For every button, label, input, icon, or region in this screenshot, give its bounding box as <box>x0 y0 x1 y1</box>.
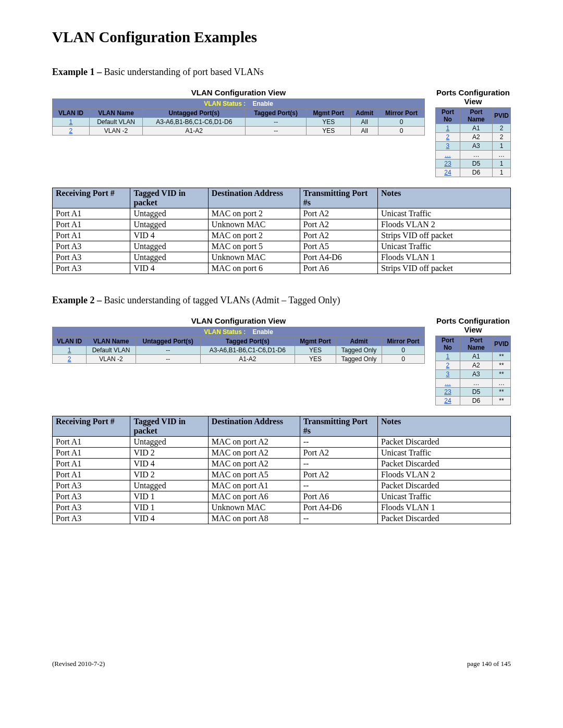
cell: Port A1 <box>53 208 130 219</box>
port-no-link[interactable]: 1 <box>446 353 450 360</box>
col-vid: Tagged VID in packet <box>130 416 208 437</box>
col-port-name: Port Name <box>460 336 492 352</box>
table-header-row: Receiving Port # Tagged VID in packet De… <box>53 188 511 208</box>
cell: ** <box>492 352 510 361</box>
cell: Packet Discarded <box>378 459 511 470</box>
port-no-link[interactable]: … <box>445 379 451 387</box>
cell: D5 <box>460 388 492 397</box>
cell: 1 <box>492 168 510 177</box>
vlan-id-link[interactable]: 2 <box>69 127 73 134</box>
cell: Packet Discarded <box>378 513 511 524</box>
vlan-status-label: VLAN Status : <box>204 100 246 107</box>
cell: A3 <box>460 142 492 151</box>
cell: Port A2 <box>300 230 377 241</box>
cell: Unicast Traffic <box>378 208 511 219</box>
cell: Port A2 <box>300 208 377 219</box>
cell: MAC on port 6 <box>208 263 300 274</box>
example2-ports-table: Port No Port Name PVID 1A1** 2A2** 3A3**… <box>435 336 511 405</box>
table-row: 1A12 <box>436 124 511 133</box>
cell: 1 <box>492 142 510 151</box>
table-row: 2A22 <box>436 133 511 142</box>
cell: Port A6 <box>300 263 377 274</box>
table-row: Port A3VID 4MAC on port 6Port A6Strips V… <box>53 263 511 274</box>
cell: VID 2 <box>130 470 208 480</box>
port-no-link[interactable]: 23 <box>444 388 451 396</box>
cell: Port A3 <box>53 491 130 502</box>
cell: Unknown MAC <box>208 219 300 230</box>
cell: A1-A2 <box>143 127 246 135</box>
example1-section: VLAN Configuration View VLAN Status : En… <box>52 88 511 177</box>
port-no-link[interactable]: 3 <box>446 142 450 150</box>
col-vlan-name: VLAN Name <box>87 337 136 346</box>
example2-heading: Example 2 – Basic understanding of tagge… <box>52 295 511 306</box>
cell: Unicast Traffic <box>378 448 511 459</box>
example1-vlan-caption: VLAN Configuration View <box>52 88 425 97</box>
cell: A2 <box>460 361 492 370</box>
port-no-link[interactable]: … <box>445 151 451 158</box>
vlan-status-value: Enable <box>253 328 273 336</box>
cell: ** <box>492 370 510 379</box>
cell: Unicast Traffic <box>378 241 511 252</box>
port-no-link[interactable]: 24 <box>444 397 451 404</box>
cell: YES <box>307 127 351 135</box>
col-mirror: Mirror Port <box>382 337 425 346</box>
cell: Packet Discarded <box>378 480 511 491</box>
example1-ports-table: Port No Port Name PVID 1A12 2A22 3A31 ……… <box>435 107 511 177</box>
port-no-link[interactable]: 2 <box>446 133 450 141</box>
cell: MAC on port A1 <box>208 480 300 491</box>
port-no-link[interactable]: 1 <box>446 125 450 132</box>
example1-vlan-table: VLAN Status : Enable VLAN ID VLAN Name U… <box>52 98 425 135</box>
vlan-id-link[interactable]: 2 <box>68 355 71 363</box>
table-row: 2A2** <box>436 361 511 370</box>
table-row: ……… <box>436 379 511 388</box>
cell: 0 <box>382 346 425 355</box>
cell: VID 4 <box>130 230 208 241</box>
col-admit: Admit <box>336 337 382 346</box>
cell: ** <box>492 361 510 370</box>
cell: Unknown MAC <box>208 502 300 513</box>
example2-traffic-table: Receiving Port # Tagged VID in packet De… <box>52 416 511 524</box>
port-no-link[interactable]: 2 <box>446 362 450 369</box>
table-row: Port A3VID 1Unknown MACPort A4-D6Floods … <box>53 502 511 513</box>
cell: VID 2 <box>130 448 208 459</box>
table-row: ……… <box>436 151 511 159</box>
col-recv: Receiving Port # <box>53 416 130 437</box>
cell: MAC on port 2 <box>208 208 300 219</box>
cell: -- <box>136 346 200 355</box>
table-row: Port A1UntaggedUnknown MACPort A2Floods … <box>53 219 511 230</box>
example2-ports-caption: Ports Configuration View <box>435 316 511 334</box>
table-row: 2 VLAN -2 A1-A2 -- YES All 0 <box>53 127 425 135</box>
cell: Strips VID off packet <box>378 263 511 274</box>
cell: Port A4-D6 <box>300 252 377 263</box>
cell: A1 <box>460 352 492 361</box>
table-header-row: Port No Port Name PVID <box>436 108 511 124</box>
cell: Port A1 <box>53 470 130 480</box>
cell: VID 4 <box>130 459 208 470</box>
table-row: Port A3VID 4MAC on port A8--Packet Disca… <box>53 513 511 524</box>
table-row: 1 Default VLAN -- A3-A6,B1-B6,C1-C6,D1-D… <box>53 346 425 355</box>
vlan-id-link[interactable]: 1 <box>69 118 73 126</box>
col-pvid: PVID <box>492 336 510 352</box>
col-recv: Receiving Port # <box>53 188 130 208</box>
cell: A1-A2 <box>200 355 295 364</box>
cell: … <box>492 379 510 388</box>
cell: Port A1 <box>53 219 130 230</box>
cell: Port A3 <box>53 263 130 274</box>
cell: Unknown MAC <box>208 252 300 263</box>
example2-section: VLAN Configuration View VLAN Status : En… <box>52 316 511 405</box>
cell: MAC on port 5 <box>208 241 300 252</box>
example1-heading-rest: Basic understanding of port based VLANs <box>104 67 264 77</box>
table-row: 3A3** <box>436 370 511 379</box>
cell: Unicast Traffic <box>378 491 511 502</box>
cell: Floods VLAN 1 <box>378 502 511 513</box>
cell: Floods VLAN 2 <box>378 470 511 480</box>
port-no-link[interactable]: 3 <box>446 371 450 378</box>
col-untagged: Untagged Port(s) <box>136 337 200 346</box>
vlan-id-link[interactable]: 1 <box>68 347 71 354</box>
cell: MAC on port A2 <box>208 459 300 470</box>
cell: YES <box>295 355 336 364</box>
port-no-link[interactable]: 23 <box>444 160 451 167</box>
cell: MAC on port A8 <box>208 513 300 524</box>
port-no-link[interactable]: 24 <box>444 169 451 176</box>
example2-heading-rest: Basic understanding of tagged VLANs (Adm… <box>104 295 340 305</box>
